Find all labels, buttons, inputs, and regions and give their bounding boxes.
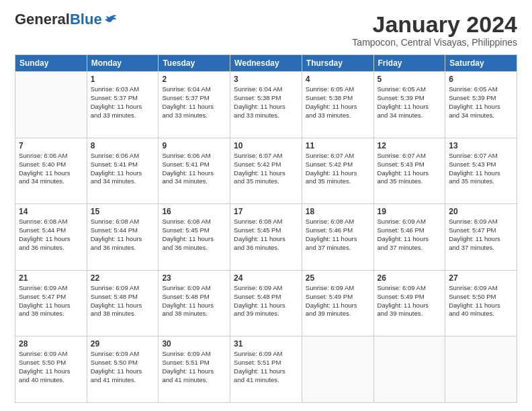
day-number: 12 bbox=[378, 141, 442, 150]
day-info: Sunrise: 6:08 AM Sunset: 5:46 PM Dayligh… bbox=[306, 218, 370, 252]
day-info: Sunrise: 6:03 AM Sunset: 5:37 PM Dayligh… bbox=[91, 85, 155, 120]
day-number: 26 bbox=[378, 273, 442, 283]
calendar-day-cell: 7Sunrise: 6:06 AM Sunset: 5:40 PM Daylig… bbox=[15, 138, 87, 204]
day-info: Sunrise: 6:08 AM Sunset: 5:45 PM Dayligh… bbox=[234, 218, 298, 252]
calendar-day-cell: 22Sunrise: 6:09 AM Sunset: 5:48 PM Dayli… bbox=[87, 270, 159, 336]
day-number: 5 bbox=[378, 75, 442, 84]
day-number: 11 bbox=[306, 141, 370, 150]
logo-blue: Blue bbox=[70, 11, 102, 28]
calendar-day-cell: 21Sunrise: 6:09 AM Sunset: 5:47 PM Dayli… bbox=[15, 270, 87, 336]
calendar-day-cell: 17Sunrise: 6:08 AM Sunset: 5:45 PM Dayli… bbox=[230, 204, 302, 271]
calendar-day-cell: 8Sunrise: 6:06 AM Sunset: 5:41 PM Daylig… bbox=[87, 138, 159, 204]
location-subtitle: Tampocon, Central Visayas, Philippines bbox=[352, 37, 517, 48]
calendar-day-cell bbox=[445, 336, 517, 403]
day-number: 6 bbox=[449, 75, 513, 84]
calendar-day-cell: 2Sunrise: 6:04 AM Sunset: 5:37 PM Daylig… bbox=[159, 72, 230, 138]
logo-general: General bbox=[15, 11, 70, 28]
calendar-day-cell: 26Sunrise: 6:09 AM Sunset: 5:49 PM Dayli… bbox=[373, 270, 445, 336]
calendar-week-row: 21Sunrise: 6:09 AM Sunset: 5:47 PM Dayli… bbox=[15, 270, 517, 336]
day-number: 31 bbox=[234, 339, 298, 349]
day-number: 21 bbox=[19, 273, 83, 283]
page-header: GeneralBlue January 2024 Tampocon, Centr… bbox=[15, 12, 517, 48]
calendar-day-cell: 9Sunrise: 6:06 AM Sunset: 5:41 PM Daylig… bbox=[159, 138, 230, 204]
calendar-page: GeneralBlue January 2024 Tampocon, Centr… bbox=[0, 0, 532, 411]
calendar-header-row: SundayMondayTuesdayWednesdayThursdayFrid… bbox=[15, 55, 517, 72]
calendar-day-cell bbox=[15, 72, 87, 138]
day-number: 24 bbox=[234, 273, 298, 283]
calendar-day-cell: 3Sunrise: 6:04 AM Sunset: 5:38 PM Daylig… bbox=[230, 72, 302, 138]
month-title: January 2024 bbox=[352, 12, 517, 37]
day-info: Sunrise: 6:08 AM Sunset: 5:45 PM Dayligh… bbox=[162, 218, 226, 252]
calendar-table: SundayMondayTuesdayWednesdayThursdayFrid… bbox=[15, 54, 517, 403]
day-info: Sunrise: 6:08 AM Sunset: 5:44 PM Dayligh… bbox=[19, 218, 83, 252]
day-info: Sunrise: 6:09 AM Sunset: 5:47 PM Dayligh… bbox=[19, 284, 83, 318]
day-info: Sunrise: 6:09 AM Sunset: 5:47 PM Dayligh… bbox=[449, 218, 513, 252]
logo-bird-icon bbox=[103, 13, 117, 26]
day-number: 13 bbox=[449, 141, 513, 150]
calendar-day-cell: 20Sunrise: 6:09 AM Sunset: 5:47 PM Dayli… bbox=[445, 204, 517, 271]
day-info: Sunrise: 6:09 AM Sunset: 5:50 PM Dayligh… bbox=[91, 350, 155, 384]
day-number: 30 bbox=[162, 339, 226, 349]
calendar-day-cell: 12Sunrise: 6:07 AM Sunset: 5:43 PM Dayli… bbox=[373, 138, 445, 204]
weekday-header: Tuesday bbox=[159, 55, 230, 72]
calendar-week-row: 7Sunrise: 6:06 AM Sunset: 5:40 PM Daylig… bbox=[15, 138, 517, 204]
day-number: 14 bbox=[19, 207, 83, 216]
day-number: 18 bbox=[306, 207, 370, 216]
day-number: 15 bbox=[91, 207, 155, 216]
day-info: Sunrise: 6:06 AM Sunset: 5:41 PM Dayligh… bbox=[162, 152, 226, 186]
calendar-day-cell: 24Sunrise: 6:09 AM Sunset: 5:48 PM Dayli… bbox=[230, 270, 302, 336]
day-number: 4 bbox=[306, 75, 370, 84]
day-info: Sunrise: 6:06 AM Sunset: 5:40 PM Dayligh… bbox=[19, 152, 83, 186]
title-block: January 2024 Tampocon, Central Visayas, … bbox=[352, 12, 517, 48]
day-number: 16 bbox=[162, 207, 226, 216]
day-info: Sunrise: 6:06 AM Sunset: 5:41 PM Dayligh… bbox=[91, 152, 155, 186]
calendar-day-cell: 31Sunrise: 6:09 AM Sunset: 5:51 PM Dayli… bbox=[230, 336, 302, 403]
calendar-week-row: 14Sunrise: 6:08 AM Sunset: 5:44 PM Dayli… bbox=[15, 204, 517, 271]
day-number: 7 bbox=[19, 141, 83, 150]
calendar-day-cell: 6Sunrise: 6:05 AM Sunset: 5:39 PM Daylig… bbox=[445, 72, 517, 138]
day-info: Sunrise: 6:09 AM Sunset: 5:46 PM Dayligh… bbox=[378, 218, 442, 252]
day-number: 1 bbox=[91, 75, 155, 84]
day-info: Sunrise: 6:07 AM Sunset: 5:42 PM Dayligh… bbox=[234, 152, 298, 186]
day-number: 27 bbox=[449, 273, 513, 283]
day-info: Sunrise: 6:05 AM Sunset: 5:39 PM Dayligh… bbox=[449, 85, 513, 120]
calendar-day-cell: 28Sunrise: 6:09 AM Sunset: 5:50 PM Dayli… bbox=[15, 336, 87, 403]
day-info: Sunrise: 6:09 AM Sunset: 5:50 PM Dayligh… bbox=[449, 284, 513, 318]
calendar-day-cell: 15Sunrise: 6:08 AM Sunset: 5:44 PM Dayli… bbox=[87, 204, 159, 271]
day-number: 28 bbox=[19, 339, 83, 349]
calendar-day-cell: 19Sunrise: 6:09 AM Sunset: 5:46 PM Dayli… bbox=[373, 204, 445, 271]
weekday-header: Thursday bbox=[302, 55, 373, 72]
day-number: 9 bbox=[162, 141, 226, 150]
day-info: Sunrise: 6:07 AM Sunset: 5:43 PM Dayligh… bbox=[378, 152, 442, 186]
day-number: 17 bbox=[234, 207, 298, 216]
weekday-header: Sunday bbox=[15, 55, 87, 72]
calendar-day-cell: 1Sunrise: 6:03 AM Sunset: 5:37 PM Daylig… bbox=[87, 72, 159, 138]
day-info: Sunrise: 6:05 AM Sunset: 5:38 PM Dayligh… bbox=[306, 85, 370, 120]
day-number: 22 bbox=[91, 273, 155, 283]
calendar-day-cell: 18Sunrise: 6:08 AM Sunset: 5:46 PM Dayli… bbox=[302, 204, 373, 271]
day-info: Sunrise: 6:09 AM Sunset: 5:51 PM Dayligh… bbox=[162, 350, 226, 384]
day-info: Sunrise: 6:09 AM Sunset: 5:49 PM Dayligh… bbox=[306, 284, 370, 318]
day-number: 8 bbox=[91, 141, 155, 150]
calendar-day-cell bbox=[302, 336, 373, 403]
calendar-day-cell: 13Sunrise: 6:07 AM Sunset: 5:43 PM Dayli… bbox=[445, 138, 517, 204]
calendar-day-cell: 27Sunrise: 6:09 AM Sunset: 5:50 PM Dayli… bbox=[445, 270, 517, 336]
day-info: Sunrise: 6:07 AM Sunset: 5:43 PM Dayligh… bbox=[449, 152, 513, 186]
day-info: Sunrise: 6:07 AM Sunset: 5:42 PM Dayligh… bbox=[306, 152, 370, 186]
day-info: Sunrise: 6:09 AM Sunset: 5:50 PM Dayligh… bbox=[19, 350, 83, 384]
day-number: 20 bbox=[449, 207, 513, 216]
day-number: 10 bbox=[234, 141, 298, 150]
calendar-week-row: 1Sunrise: 6:03 AM Sunset: 5:37 PM Daylig… bbox=[15, 72, 517, 138]
day-info: Sunrise: 6:09 AM Sunset: 5:49 PM Dayligh… bbox=[378, 284, 442, 318]
calendar-day-cell: 23Sunrise: 6:09 AM Sunset: 5:48 PM Dayli… bbox=[159, 270, 230, 336]
day-info: Sunrise: 6:04 AM Sunset: 5:38 PM Dayligh… bbox=[234, 85, 298, 120]
calendar-day-cell: 29Sunrise: 6:09 AM Sunset: 5:50 PM Dayli… bbox=[87, 336, 159, 403]
calendar-day-cell: 11Sunrise: 6:07 AM Sunset: 5:42 PM Dayli… bbox=[302, 138, 373, 204]
weekday-header: Friday bbox=[373, 55, 445, 72]
weekday-header: Wednesday bbox=[230, 55, 302, 72]
day-number: 3 bbox=[234, 75, 298, 84]
calendar-day-cell: 14Sunrise: 6:08 AM Sunset: 5:44 PM Dayli… bbox=[15, 204, 87, 271]
weekday-header: Monday bbox=[87, 55, 159, 72]
calendar-week-row: 28Sunrise: 6:09 AM Sunset: 5:50 PM Dayli… bbox=[15, 336, 517, 403]
calendar-day-cell: 16Sunrise: 6:08 AM Sunset: 5:45 PM Dayli… bbox=[159, 204, 230, 271]
